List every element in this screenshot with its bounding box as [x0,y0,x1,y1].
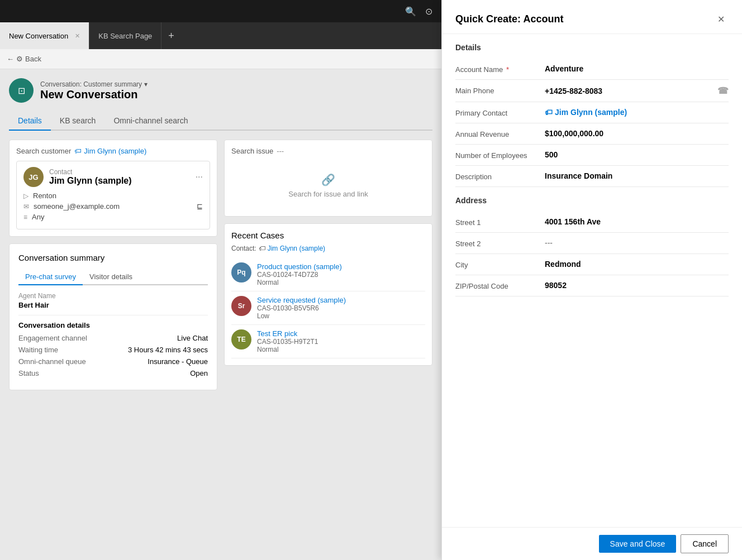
contact-city: Renton [33,192,56,200]
tab-kb-search[interactable]: KB Search Page [89,22,161,49]
summary-tab-pre-chat[interactable]: Pre-chat survey [18,269,83,285]
settings-icon[interactable]: ⊙ [425,6,432,17]
street1-field: Street 1 4001 156th Ave [455,212,729,233]
customer-link[interactable]: 🏷 Jim Glynn (sample) [74,147,146,155]
contact-icon-small: 🏷 [259,245,265,252]
tab-close-icon[interactable]: ✕ [75,32,80,40]
conversation-header: ⊡ Conversation: Customer summary ▾ New C… [9,78,432,103]
email-action-icon[interactable]: ⊑ [197,202,203,210]
contact-queue-row: ≡ Any [23,213,203,221]
contact-email-row: ✉ someone_j@example.com ⊑ [23,202,203,210]
annual-revenue-value[interactable]: $100,000,000.00 [545,129,729,138]
case-item-2: Sr Service requested (sample) CAS-01030-… [231,291,425,325]
tab-new-conversation[interactable]: New Conversation ✕ [0,22,89,49]
quick-create-panel: Quick Create: Account ✕ Details Account … [441,0,742,560]
num-employees-field: Number of Employees 500 [455,145,729,166]
zip-field: ZIP/Postal Code 98052 [455,275,729,296]
account-name-field: Account Name * Adventure [455,59,729,80]
case-priority-1: Normal [257,279,425,286]
description-value[interactable]: Insurance Domain [545,171,729,180]
city-label: City [455,260,545,269]
case-avatar-2: Sr [231,296,251,316]
search-issue-card: Search issue --- 🔗 Search for issue and … [224,140,432,217]
qc-title: Quick Create: Account [455,13,563,25]
tab-details[interactable]: Details [9,112,51,131]
email-icon: ✉ [23,203,29,210]
cancel-button[interactable]: Cancel [681,534,729,553]
street2-value[interactable]: --- [545,238,729,247]
left-panel: 🔍 ⊙ New Conversation ✕ KB Search Page + … [0,0,441,560]
summary-title: Conversation summary [18,253,208,262]
customer-card: Search customer 🏷 Jim Glynn (sample) JG [9,140,217,237]
search-issue-label: Search issue [231,147,273,155]
summary-tab-visitor[interactable]: Visitor details [83,269,139,285]
case-avatar-1: Pq [231,262,251,283]
tab-label: New Conversation [9,32,68,40]
qc-header: Quick Create: Account ✕ [442,0,742,34]
primary-contact-field: Primary Contact 🏷 Jim Glynn (sample) [455,102,729,123]
save-and-close-button[interactable]: Save and Close [599,535,677,553]
primary-contact-label: Primary Contact [455,108,545,117]
summary-card: Conversation summary Pre-chat survey Vis… [9,243,217,390]
main-phone-field: Main Phone +1425-882-8083 ☎ [455,80,729,102]
address-section-title: Address [455,196,729,205]
contact-icon-qc: 🏷 [545,108,553,117]
back-button[interactable]: ← ⚙ Back [7,55,41,63]
tab-label: KB Search Page [98,32,152,40]
case-item-1: Pq Product question (sample) CAS-01024-T… [231,258,425,291]
case-name-1[interactable]: Product question (sample) [257,262,425,271]
engagement-channel-row: Engagement channel Live Chat [18,334,208,342]
case-priority-3: Normal [257,346,425,353]
tab-kb-search-nav[interactable]: KB search [51,112,105,131]
contact-city-row: ▷ Renton [23,192,203,200]
conversation-avatar: ⊡ [9,78,34,103]
qc-body: Details Account Name * Adventure Main Ph… [442,34,742,527]
annual-revenue-label: Annual Revenue [455,129,545,138]
case-avatar-3: TE [231,329,251,350]
details-section-title: Details [455,43,729,52]
street2-field: Street 2 --- [455,233,729,254]
qc-close-button[interactable]: ✕ [713,11,729,27]
account-name-value[interactable]: Adventure [545,64,729,73]
search-customer-bar: Search customer 🏷 Jim Glynn (sample) [16,147,210,155]
tab-omni-channel[interactable]: Omni-channel search [104,112,197,131]
link-icon: 🔗 [321,173,335,186]
tab-add-button[interactable]: + [161,22,181,49]
contact-name: Jim Glynn (sample) [49,176,132,186]
street2-label: Street 2 [455,238,545,248]
case-name-3[interactable]: Test ER pick [257,329,425,338]
case-name-2[interactable]: Service requested (sample) [257,296,425,304]
search-customer-label: Search customer [16,147,71,155]
num-employees-label: Number of Employees [455,150,545,160]
zip-value[interactable]: 98052 [545,281,729,290]
street1-value[interactable]: 4001 156th Ave [545,217,729,226]
search-issue-bar: Search issue --- [231,147,425,155]
summary-tabs: Pre-chat survey Visitor details [18,269,208,285]
back-label: ⚙ [16,55,23,63]
street1-label: Street 1 [455,217,545,227]
back-bar: ← ⚙ Back [0,49,441,69]
cases-contact-link[interactable]: Jim Glynn (sample) [268,245,325,252]
main-phone-value: +1425-882-8083 ☎ [545,85,729,96]
search-issue-empty: 🔗 Search for issue and link [231,162,425,209]
dropdown-icon[interactable]: ▾ [144,80,148,88]
qc-footer: Save and Close Cancel [442,527,742,560]
city-field: City Redmond [455,254,729,275]
queue-row: Omni-channel queue Insurance - Queue [18,357,208,366]
city-value[interactable]: Redmond [545,260,729,269]
required-mark: * [506,65,509,74]
case-id-1: CAS-01024-T4D7Z8 [257,271,425,279]
description-label: Description [455,171,545,181]
case-id-3: CAS-01035-H9T2T1 [257,338,425,346]
phone-icon: ☎ [717,85,729,96]
search-icon[interactable]: 🔍 [405,6,416,17]
account-name-label: Account Name * [455,64,545,74]
num-employees-value[interactable]: 500 [545,150,729,159]
contact-queue: Any [32,213,44,221]
contact-more-menu[interactable]: ··· [196,172,203,182]
waiting-time-row: Waiting time 3 Hours 42 mins 43 secs [18,346,208,354]
main-phone-label: Main Phone [455,85,545,95]
conversation-title: New Conversation [40,88,148,101]
zip-label: ZIP/Postal Code [455,281,545,290]
primary-contact-value[interactable]: 🏷 Jim Glynn (sample) [545,108,729,117]
